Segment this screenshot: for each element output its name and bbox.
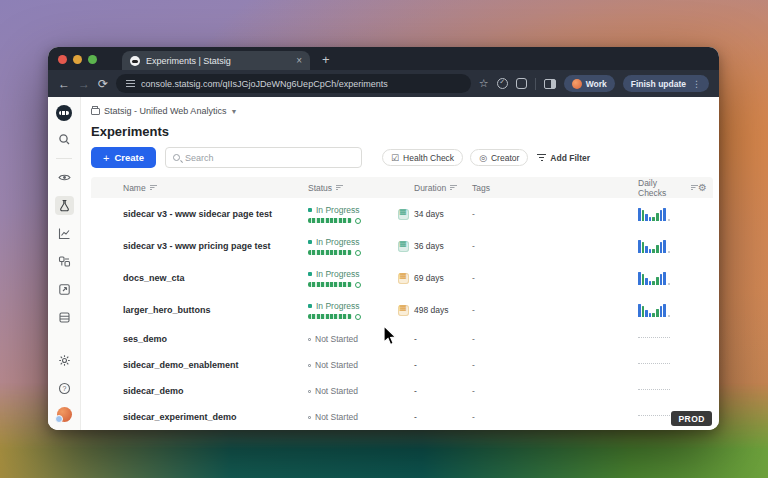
- table-row[interactable]: ses_demo Not Started - -: [91, 326, 713, 352]
- status-bullet-icon: [308, 416, 311, 419]
- filter-chip-label: Health Check: [403, 153, 454, 163]
- sidebar-item-assets-icon[interactable]: [55, 280, 74, 299]
- progress-circle-icon: [355, 218, 361, 224]
- progress-circle-icon: [355, 250, 361, 256]
- experiment-name-link[interactable]: sidecar_experiment_demo: [123, 412, 308, 422]
- side-panel-icon[interactable]: [544, 79, 556, 89]
- create-button[interactable]: + Create: [91, 147, 156, 168]
- url-text: console.statsig.com/qIIsJGjoJDeWNg6UepCp…: [141, 79, 388, 89]
- status-label: In Progress: [316, 269, 359, 279]
- experiment-duration: 69 days: [398, 273, 472, 284]
- search-input[interactable]: [185, 153, 354, 163]
- extensions-icon[interactable]: [516, 78, 527, 89]
- close-window-button[interactable]: [58, 55, 67, 64]
- search-icon[interactable]: [55, 130, 74, 149]
- minimize-window-button[interactable]: [73, 55, 82, 64]
- table-row[interactable]: sidecar_demo_enablement Not Started - -: [91, 352, 713, 378]
- table-row[interactable]: sidecar v3 - www sidecar page test In Pr…: [91, 198, 713, 230]
- experiment-name-link[interactable]: docs_new_cta: [123, 273, 308, 283]
- window-controls: [48, 55, 106, 70]
- table-row[interactable]: sidecar_demo Not Started - -: [91, 378, 713, 404]
- daily-checks-sparkline: [638, 303, 666, 317]
- progress-dots: [308, 282, 352, 287]
- sidebar-item-metrics-chart-icon[interactable]: [55, 224, 74, 243]
- sort-icon[interactable]: [150, 185, 157, 191]
- daily-checks-cell: [638, 239, 698, 253]
- finish-update-button[interactable]: Finish update ⋮: [623, 75, 709, 92]
- experiment-tags: -: [472, 305, 638, 315]
- daily-checks-cell: [638, 389, 698, 394]
- browser-menu-icon[interactable]: ⋮: [692, 79, 701, 89]
- search-icon: [173, 154, 180, 161]
- status-label: Not Started: [315, 386, 358, 396]
- experiment-status: In Progress: [308, 269, 398, 288]
- search-box[interactable]: [165, 147, 362, 168]
- reload-button[interactable]: ⟳: [98, 78, 108, 90]
- status-label: Not Started: [315, 360, 358, 370]
- table-row[interactable]: larger_hero_buttons In Progress 498 days…: [91, 294, 713, 326]
- column-header-label: Name: [123, 183, 146, 193]
- table-row[interactable]: sidecar_experiment_demo Not Started - -: [91, 404, 713, 430]
- user-avatar[interactable]: [57, 407, 72, 422]
- browser-tab-bar: Experiments | Statsig × +: [48, 47, 719, 70]
- sidebar-item-audiences-icon[interactable]: [55, 252, 74, 271]
- filter-chip[interactable]: Health Check: [382, 149, 463, 166]
- experiment-name-link[interactable]: sidecar_demo_enablement: [123, 360, 308, 370]
- maximize-window-button[interactable]: [88, 55, 97, 64]
- settings-gear-icon[interactable]: [55, 351, 74, 370]
- experiment-name-link[interactable]: sidecar v3 - www pricing page test: [123, 241, 308, 251]
- experiment-name-link[interactable]: larger_hero_buttons: [123, 305, 308, 315]
- back-button[interactable]: ←: [58, 78, 70, 90]
- experiment-name-link[interactable]: sidecar_demo: [123, 386, 308, 396]
- site-settings-icon[interactable]: [126, 80, 135, 87]
- bookmark-star-icon[interactable]: ☆: [479, 77, 489, 90]
- sidebar-item-storage-icon[interactable]: [55, 308, 74, 327]
- forward-button[interactable]: →: [78, 78, 90, 90]
- daily-checks-sparkline: [638, 239, 666, 253]
- status-label: In Progress: [316, 301, 359, 311]
- filter-chip[interactable]: Creator: [470, 149, 528, 166]
- filter-chip[interactable]: Add Filter: [535, 149, 592, 166]
- circle-check-icon[interactable]: [497, 78, 508, 89]
- breadcrumb[interactable]: Statsig - Unified Web Analytics ▼: [91, 106, 719, 116]
- sort-icon[interactable]: [336, 185, 343, 191]
- status-label: In Progress: [316, 237, 359, 247]
- help-icon[interactable]: ?: [55, 379, 74, 398]
- table-header-row: Name Status Duration Tags Daily Checks ⚙: [91, 177, 713, 198]
- tab-close-icon[interactable]: ×: [296, 56, 302, 66]
- column-header[interactable]: Tags: [472, 183, 638, 193]
- experiment-duration: -: [398, 360, 472, 371]
- filter-icon: [537, 154, 546, 161]
- new-tab-button[interactable]: +: [322, 53, 330, 66]
- progress-dots: [308, 250, 352, 255]
- column-header[interactable]: Status: [308, 183, 398, 193]
- sidebar-item-experiments-flask-icon[interactable]: [55, 196, 74, 215]
- table-settings-gear-icon[interactable]: ⚙: [698, 183, 717, 193]
- experiment-status: In Progress: [308, 301, 398, 320]
- address-bar[interactable]: console.statsig.com/qIIsJGjoJDeWNg6UepCp…: [116, 74, 471, 93]
- sort-icon[interactable]: [450, 185, 457, 191]
- experiment-status: Not Started: [308, 334, 398, 344]
- daily-checks-cell: [638, 207, 698, 221]
- daily-checks-empty: [638, 363, 670, 364]
- statsig-logo-icon[interactable]: [56, 105, 72, 121]
- daily-checks-empty: [638, 389, 670, 390]
- plus-icon: +: [103, 152, 109, 164]
- project-folder-icon: [91, 108, 100, 115]
- profile-chip[interactable]: Work: [564, 75, 615, 92]
- table-row[interactable]: docs_new_cta In Progress 69 days -: [91, 262, 713, 294]
- column-header[interactable]: Name: [123, 183, 308, 193]
- experiment-name-link[interactable]: ses_demo: [123, 334, 308, 344]
- browser-tab[interactable]: Experiments | Statsig ×: [122, 51, 310, 70]
- experiment-name-link[interactable]: sidecar v3 - www sidecar page test: [123, 209, 308, 219]
- experiments-table: Name Status Duration Tags Daily Checks ⚙…: [91, 177, 713, 430]
- table-row[interactable]: sidecar v3 - www pricing page test In Pr…: [91, 230, 713, 262]
- column-header[interactable]: Daily Checks: [638, 178, 698, 198]
- sort-icon[interactable]: [691, 185, 698, 191]
- column-header[interactable]: Duration: [398, 183, 472, 193]
- experiment-tags: -: [472, 334, 638, 344]
- status-bullet-icon: [308, 364, 311, 367]
- sidebar-item-gates-eye-icon[interactable]: [55, 168, 74, 187]
- duration-label: 498 days: [414, 305, 449, 315]
- daily-checks-cell: [638, 271, 698, 285]
